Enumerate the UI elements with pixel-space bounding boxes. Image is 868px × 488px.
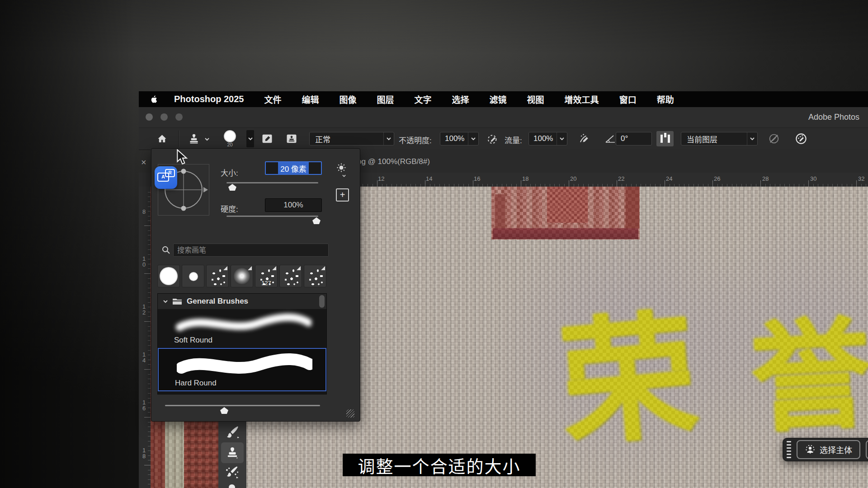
- clone-stamp-chevron-icon[interactable]: [205, 137, 209, 141]
- remove-background-button[interactable]: 移除背景: [866, 440, 868, 459]
- flow-label: 流量:: [505, 134, 522, 145]
- brush-hardness-slider-thumb[interactable]: [312, 217, 321, 224]
- ruler-label: 16: [141, 399, 147, 411]
- menu-item-layer[interactable]: 图层: [377, 93, 394, 105]
- window-close-button[interactable]: [146, 113, 153, 121]
- airbrush-icon[interactable]: [578, 132, 592, 145]
- document-tab[interactable]: 2.jpg @ 100%(RGB/8#): [349, 157, 430, 166]
- select-subject-label: 选择主体: [820, 444, 852, 455]
- preset-scatter-127[interactable]: 127: [255, 265, 278, 287]
- angle-icon: [605, 134, 616, 144]
- ornament-dark-band: [493, 228, 638, 239]
- clone-stamp-tool-selected[interactable]: [221, 442, 244, 463]
- resize-grip[interactable]: [346, 409, 354, 418]
- translate-overlay-icon[interactable]: A R: [155, 166, 177, 189]
- preset-scatter-1[interactable]: [206, 265, 229, 287]
- ornament-right-post: [626, 187, 639, 229]
- brush-preset-chevron[interactable]: [246, 130, 254, 147]
- apple-icon[interactable]: [150, 95, 157, 104]
- brush-search-input[interactable]: [174, 244, 335, 256]
- ruler-label: 28: [762, 175, 769, 182]
- close-icon[interactable]: ×: [141, 157, 146, 168]
- menu-item-view[interactable]: 视图: [527, 93, 544, 105]
- blend-mode-select[interactable]: 正常: [309, 132, 394, 145]
- brush-settings-popup: 大小: 20 像素 + 硬度: 100%: [151, 148, 360, 422]
- folder-icon: [172, 297, 182, 305]
- new-brush-plus-button[interactable]: +: [336, 188, 349, 202]
- menu-item-edit[interactable]: 编辑: [302, 93, 319, 105]
- flow-input[interactable]: 100%: [528, 132, 567, 145]
- brush-hardness-label: 硬度:: [221, 203, 238, 214]
- brush-hardness-field[interactable]: 100%: [265, 198, 322, 212]
- preview-size-slider[interactable]: [165, 405, 320, 406]
- brush-tip-preview: [224, 130, 236, 142]
- menu-item-image[interactable]: 图像: [340, 93, 357, 105]
- menu-item-window[interactable]: 窗口: [619, 93, 637, 105]
- menu-item-help[interactable]: 帮助: [657, 93, 674, 105]
- brush-size-value: 20 像素: [278, 162, 309, 174]
- toggle-brush-settings-icon[interactable]: [261, 132, 274, 145]
- opacity-label: 不透明度:: [399, 134, 432, 145]
- gear-icon[interactable]: [336, 162, 347, 178]
- brush-preset-picker[interactable]: 20: [224, 130, 236, 147]
- ruler-label: 24: [666, 175, 672, 182]
- brush-row-soft-round[interactable]: Soft Round: [158, 309, 326, 348]
- menu-item-plugins[interactable]: 增效工具: [565, 93, 599, 105]
- opacity-input[interactable]: 100%: [440, 132, 479, 145]
- sample-select[interactable]: 当前图层: [681, 132, 758, 145]
- menu-app-name[interactable]: Photoshop 2025: [174, 94, 244, 104]
- size-pressure-icon[interactable]: [794, 132, 808, 145]
- menu-item-type[interactable]: 文字: [415, 93, 432, 105]
- brush-name: Hard Round: [175, 379, 217, 388]
- clone-stamp-tool-icon[interactable]: [188, 133, 200, 145]
- brush-group-label: General Brushes: [187, 297, 248, 306]
- menu-item-select[interactable]: 选择: [452, 93, 469, 105]
- preset-soft-round[interactable]: [231, 265, 253, 287]
- home-icon[interactable]: [156, 133, 168, 144]
- taskbar-drag-handle-icon[interactable]: [787, 441, 792, 458]
- gold-character-rong: 荣: [552, 265, 704, 472]
- partial-tool-icon[interactable]: [227, 484, 236, 488]
- brush-hardness-value: 100%: [283, 201, 303, 210]
- angle-input[interactable]: 0°: [616, 132, 652, 145]
- window-title-bar: [139, 107, 868, 128]
- brush-size-slider[interactable]: [226, 182, 318, 183]
- opacity-pressure-icon[interactable]: [486, 132, 500, 145]
- contextual-taskbar: 选择主体 移除背景 调整颜色: [783, 438, 868, 461]
- opacity-value: 100%: [445, 134, 464, 143]
- menu-item-file[interactable]: 文件: [264, 93, 281, 105]
- brush-size-slider-thumb[interactable]: [228, 184, 236, 191]
- select-subject-button[interactable]: 选择主体: [797, 440, 860, 459]
- window-minimize-button[interactable]: [160, 113, 168, 121]
- preset-scatter-3[interactable]: [304, 265, 326, 287]
- preset-hard-round-small[interactable]: [182, 265, 204, 287]
- brush-tool-icon[interactable]: [224, 424, 241, 441]
- angle-value: 0°: [621, 134, 628, 143]
- ruler-label: 12: [378, 175, 384, 182]
- ruler-label: 14: [426, 175, 432, 182]
- brush-row-hard-round-selected[interactable]: Hard Round: [158, 348, 326, 391]
- preset-hard-round-large[interactable]: [157, 265, 180, 287]
- preview-size-slider-thumb[interactable]: [220, 407, 228, 414]
- history-brush-tool-icon[interactable]: [223, 464, 241, 481]
- menu-item-filter[interactable]: 滤镜: [490, 93, 507, 105]
- ornament-left-post: [495, 194, 505, 229]
- brush-group-header[interactable]: General Brushes: [158, 294, 326, 309]
- ruler-label: 14: [141, 351, 147, 363]
- symmetry-button[interactable]: [656, 131, 674, 146]
- screen: Photoshop 2025 文件 编辑 图像 图层 文字 选择 滤镜 视图 增…: [0, 0, 868, 488]
- ruler-label: 20: [570, 175, 576, 182]
- ignore-adjustment-layers-icon[interactable]: [768, 132, 780, 145]
- toggle-clone-source-icon[interactable]: [285, 132, 298, 145]
- preset-count-badge: 127: [255, 280, 277, 286]
- ruler-left[interactable]: 8 10 12 14 16 18: [139, 187, 151, 488]
- ruler-label: 12: [141, 303, 147, 315]
- brush-search-box[interactable]: [173, 244, 329, 257]
- window-zoom-button[interactable]: [175, 113, 183, 121]
- brush-size-field[interactable]: 20 像素: [265, 161, 322, 175]
- preset-scatter-2[interactable]: [279, 265, 302, 287]
- brush-hardness-slider[interactable]: [226, 216, 318, 217]
- flow-value: 100%: [533, 134, 553, 143]
- ruler-label: 18: [522, 175, 528, 182]
- scrollbar-thumb[interactable]: [319, 295, 325, 308]
